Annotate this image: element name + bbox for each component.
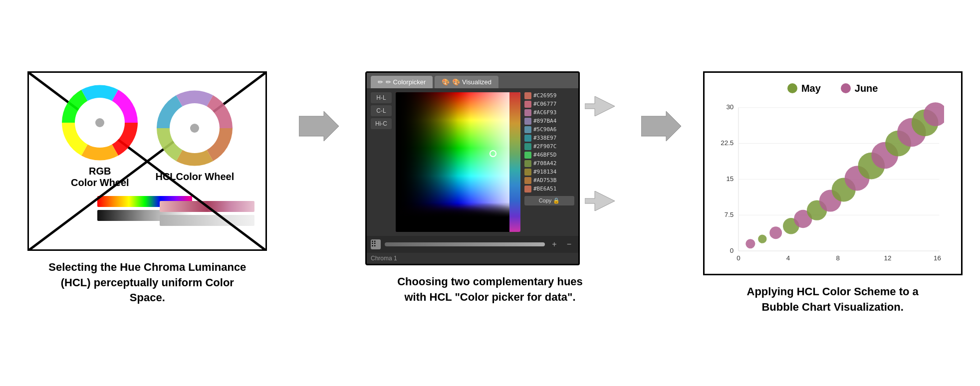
- legend-label-may: May: [801, 83, 821, 94]
- colorpicker-panel: ✏ ✏ Colorpicker 🎨 🎨 Visualized H-L C-L H…: [365, 71, 580, 265]
- cp-color-list: #C26959 #C06777 #AC6F93 #897BA4: [524, 92, 574, 232]
- cp-body: H-L C-L Hi-C: [367, 88, 578, 236]
- arrow-up-swatch: [585, 96, 615, 116]
- color-entry-7: #46BF5D: [524, 152, 574, 159]
- chart-legend: May June: [715, 83, 951, 94]
- svg-text:0: 0: [730, 247, 734, 254]
- section-color-wheels: RGBColor Wheel: [16, 71, 279, 306]
- svg-marker-7: [299, 111, 339, 141]
- color-entry-5: #338E97: [524, 135, 574, 142]
- mode-hic[interactable]: Hi-C: [371, 118, 392, 129]
- color-entry-6: #2F907C: [524, 143, 574, 150]
- chart-area: 0 7.5 15 22.5 30 0 4 8 12 16: [715, 99, 944, 269]
- swatch-8: [524, 160, 531, 167]
- svg-point-4: [95, 118, 104, 127]
- cp-minus-btn[interactable]: −: [564, 239, 574, 250]
- section-colorpicker: ✏ ✏ Colorpicker 🎨 🎨 Visualized H-L C-L H…: [359, 71, 622, 305]
- svg-text:0: 0: [736, 254, 740, 262]
- svg-point-29: [758, 234, 766, 243]
- hex-10: #AD753B: [533, 177, 556, 184]
- cp-modes: H-L C-L Hi-C: [371, 92, 392, 232]
- cp-cursor: [490, 150, 496, 157]
- cp-gradient-area[interactable]: [396, 92, 520, 232]
- arrow-down-swatch: [585, 191, 615, 211]
- tab-colorpicker[interactable]: ✏ ✏ Colorpicker: [371, 76, 433, 88]
- hex-7: #46BF5D: [533, 152, 556, 158]
- mode-cl[interactable]: C-L: [371, 105, 392, 116]
- cp-slider-thumb[interactable]: ⠿: [371, 239, 381, 249]
- svg-text:22.5: 22.5: [721, 139, 734, 147]
- tab-visualized[interactable]: 🎨 🎨 Visualized: [435, 76, 498, 88]
- swatch-5: [524, 135, 531, 142]
- cp-slider-track[interactable]: [385, 242, 545, 246]
- color-entry-3: #897BA4: [524, 118, 574, 125]
- side-arrows: [585, 71, 615, 211]
- hex-11: #BE6A51: [533, 186, 556, 192]
- hex-3: #897BA4: [533, 118, 556, 124]
- arrow-1: [299, 71, 339, 141]
- arrow-2: [641, 71, 681, 141]
- hex-9: #918134: [533, 169, 556, 175]
- cp-bottom-terrain: [396, 197, 520, 232]
- svg-text:7.5: 7.5: [724, 211, 734, 218]
- svg-text:16: 16: [934, 254, 941, 262]
- swatch-11: [524, 186, 531, 193]
- legend-dot-may: [787, 83, 797, 93]
- rgb-color-wheel: [60, 83, 140, 163]
- color-entry-0: #C26959: [524, 92, 574, 99]
- svg-text:30: 30: [726, 103, 734, 111]
- pencil-icon: ✏: [378, 78, 383, 86]
- hex-6: #2F907C: [533, 143, 556, 150]
- svg-point-6: [190, 124, 199, 133]
- svg-point-30: [769, 226, 782, 239]
- rgb-wheel-container: RGBColor Wheel: [60, 83, 140, 189]
- swatch-3: [524, 118, 531, 125]
- color-entry-8: #708A42: [524, 160, 574, 167]
- svg-text:15: 15: [726, 175, 734, 183]
- chart-panel: May June: [703, 71, 963, 275]
- color-wheels-panel: RGBColor Wheel: [27, 71, 267, 251]
- hex-1: #C06777: [533, 101, 556, 107]
- legend-june: June: [841, 83, 878, 94]
- color-entry-10: #AD753B: [524, 177, 574, 184]
- cp-chroma-label: Chroma 1: [367, 253, 578, 264]
- swatch-4: [524, 126, 531, 133]
- wheels-row: RGBColor Wheel: [60, 83, 235, 191]
- swatch-9: [524, 169, 531, 176]
- swatch-6: [524, 143, 531, 150]
- copy-button[interactable]: Copy 🔒: [524, 196, 574, 205]
- mode-hl[interactable]: H-L: [371, 92, 392, 103]
- arrow-2-svg: [641, 111, 681, 141]
- section1-caption: Selecting the Hue Chroma Luminance (HCL)…: [47, 260, 247, 306]
- bar-hcl-gray: [160, 215, 254, 226]
- gradient-bars-right: [155, 201, 259, 226]
- color-entry-2: #AC6F93: [524, 109, 574, 116]
- legend-dot-june: [841, 83, 851, 93]
- hex-4: #5C90A6: [533, 126, 556, 133]
- color-entry-1: #C06777: [524, 101, 574, 108]
- swatch-0: [524, 92, 531, 99]
- cp-bottom-bar: ⠿ + −: [367, 236, 578, 253]
- svg-text:12: 12: [884, 254, 891, 262]
- tab-colorpicker-label: ✏ Colorpicker: [386, 78, 426, 86]
- hex-2: #AC6F93: [533, 109, 556, 116]
- section2-caption: Choosing two complementary hues with HCL…: [390, 274, 590, 305]
- svg-text:8: 8: [836, 254, 839, 262]
- hcl-color-wheel: [155, 88, 235, 168]
- rgb-wheel-label: RGBColor Wheel: [71, 166, 129, 189]
- hcl-wheel-container: HCLColor Wheel: [155, 88, 235, 183]
- arrow-1-svg: [299, 111, 339, 141]
- main-layout: RGBColor Wheel: [16, 71, 964, 315]
- color-entry-4: #5C90A6: [524, 126, 574, 133]
- cp-tabs: ✏ ✏ Colorpicker 🎨 🎨 Visualized: [367, 73, 578, 88]
- legend-may: May: [787, 83, 821, 94]
- svg-marker-8: [585, 96, 615, 116]
- svg-marker-9: [585, 191, 615, 211]
- swatch-10: [524, 177, 531, 184]
- color-entry-9: #918134: [524, 169, 574, 176]
- color-entry-11: #BE6A51: [524, 186, 574, 193]
- palette-icon: 🎨: [442, 78, 450, 86]
- hex-8: #708A42: [533, 160, 556, 167]
- cp-plus-btn[interactable]: +: [549, 239, 559, 250]
- hcl-wheel-label: HCLColor Wheel: [155, 171, 234, 183]
